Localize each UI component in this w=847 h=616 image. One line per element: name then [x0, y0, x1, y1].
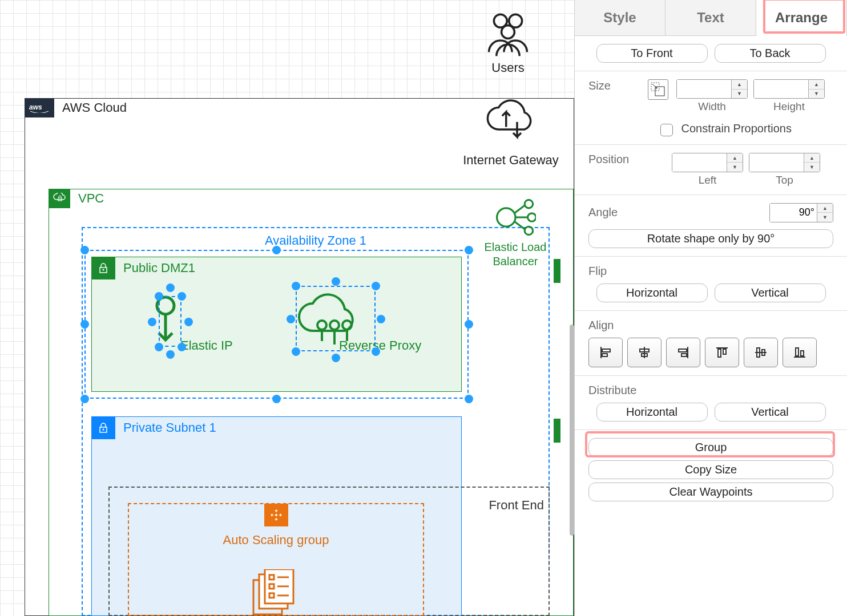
svg-point-20 — [525, 200, 533, 208]
selection-handle[interactable] — [465, 395, 473, 403]
selection-handle[interactable] — [166, 350, 175, 359]
svg-point-19 — [497, 208, 515, 226]
distribute-vertical-button[interactable]: Vertical — [715, 403, 826, 422]
dmz-label: Public DMZ1 — [115, 261, 195, 275]
svg-line-25 — [514, 221, 525, 229]
svg-rect-53 — [801, 351, 804, 356]
tab-text[interactable]: Text — [666, 0, 756, 35]
spin-down-icon[interactable]: ▼ — [809, 90, 824, 99]
cloudformation-stack-icon[interactable] — [251, 569, 300, 616]
svg-line-23 — [514, 205, 525, 213]
rproxy-label: Reverse Proxy — [339, 338, 421, 353]
svg-point-22 — [525, 226, 533, 234]
spin-down-icon[interactable]: ▼ — [727, 163, 743, 172]
scrollbar-indicator[interactable] — [570, 325, 574, 536]
to-front-button[interactable]: To Front — [596, 44, 708, 63]
align-top-button[interactable] — [705, 338, 739, 367]
flip-horizontal-button[interactable]: Horizontal — [596, 283, 708, 302]
selection-handle[interactable] — [178, 292, 186, 301]
svg-rect-47 — [723, 349, 726, 354]
spin-up-icon[interactable]: ▲ — [732, 80, 747, 90]
distribute-horizontal-button[interactable]: Horizontal — [596, 403, 708, 422]
svg-point-28 — [317, 321, 326, 330]
align-bottom-button[interactable] — [783, 338, 817, 367]
selection-handle[interactable] — [377, 315, 385, 323]
spin-up-icon[interactable]: ▲ — [727, 153, 743, 163]
svg-point-18 — [502, 26, 515, 39]
svg-rect-37 — [602, 349, 610, 352]
size-label: Size — [588, 79, 640, 92]
left-input[interactable]: ▲▼ — [672, 153, 743, 172]
selection-handle[interactable] — [148, 318, 156, 326]
rotate-button[interactable]: Rotate shape only by 90° — [588, 229, 833, 248]
align-left-button[interactable] — [588, 338, 623, 367]
svg-point-5 — [103, 429, 104, 431]
constrain-label: Constrain Proportions — [681, 122, 791, 135]
angle-label: Angle — [588, 206, 640, 219]
selection-handle[interactable] — [184, 318, 193, 326]
width-sublabel: Width — [676, 100, 748, 113]
spin-up-icon[interactable]: ▲ — [804, 153, 820, 163]
selection-handle[interactable] — [166, 283, 175, 292]
tab-style[interactable]: Style — [575, 0, 666, 35]
height-sublabel: Height — [753, 100, 825, 113]
format-panel: Style Text Arrange To Front To Back Size… — [574, 0, 847, 616]
selection-handle[interactable] — [155, 343, 163, 351]
align-right-button[interactable] — [666, 338, 700, 367]
spin-up-icon[interactable]: ▲ — [809, 80, 824, 90]
selection-handle[interactable] — [292, 282, 300, 290]
clear-waypoints-button[interactable]: Clear Waypoints — [588, 483, 833, 501]
tab-arrange[interactable]: Arrange — [756, 0, 847, 36]
height-input[interactable]: ▲▼ — [753, 79, 825, 99]
width-input[interactable]: ▲▼ — [676, 79, 748, 99]
position-label: Position — [588, 153, 640, 166]
edge-marker — [554, 259, 560, 283]
elb-node[interactable]: Elastic Load Balancer — [478, 197, 552, 269]
selection-handle[interactable] — [332, 277, 340, 286]
selection-handle[interactable] — [287, 315, 295, 323]
selection-handle[interactable] — [332, 354, 340, 362]
selection-handle[interactable] — [80, 320, 89, 329]
svg-rect-38 — [602, 354, 607, 356]
frontend-label: Front End — [489, 498, 544, 513]
autosize-icon[interactable] — [648, 79, 668, 100]
selection-handle[interactable] — [465, 246, 473, 254]
svg-rect-52 — [796, 348, 798, 356]
to-back-button[interactable]: To Back — [715, 44, 826, 63]
align-center-button[interactable] — [627, 338, 662, 367]
left-sublabel: Left — [672, 174, 743, 187]
selection-handle[interactable] — [272, 395, 281, 403]
align-label: Align — [588, 319, 640, 332]
spin-down-icon[interactable]: ▼ — [732, 90, 747, 99]
flip-vertical-button[interactable]: Vertical — [715, 283, 826, 302]
align-middle-button[interactable] — [744, 338, 778, 367]
igw-label: Internet Gateway — [445, 153, 576, 168]
selection-handle[interactable] — [372, 347, 380, 356]
spin-down-icon[interactable]: ▼ — [804, 163, 820, 172]
top-input[interactable]: ▲▼ — [749, 153, 820, 172]
selection-handle[interactable] — [80, 395, 89, 403]
selection-handle[interactable] — [292, 347, 300, 356]
constrain-checkbox[interactable] — [660, 124, 673, 136]
copy-size-button[interactable]: Copy Size — [588, 460, 833, 479]
svg-text:aws: aws — [29, 103, 42, 111]
selection-handle[interactable] — [272, 246, 281, 254]
selection-handle[interactable] — [372, 282, 380, 290]
angle-input[interactable]: ▲▼ — [769, 203, 833, 222]
selection-handle[interactable] — [465, 320, 473, 329]
aws-icon: aws — [25, 98, 54, 117]
group-button[interactable]: Group — [588, 438, 833, 457]
asg-label: Auto Scaling group — [129, 533, 423, 548]
selection-handle[interactable] — [80, 246, 89, 254]
selection-handle[interactable] — [155, 292, 163, 301]
svg-rect-46 — [718, 349, 721, 357]
vpc-icon — [49, 189, 70, 208]
spin-up-icon[interactable]: ▲ — [817, 204, 833, 213]
selection-handle[interactable] — [178, 343, 186, 351]
subnet-lock-icon — [91, 257, 115, 279]
users-node[interactable]: Users — [474, 7, 542, 75]
spin-down-icon[interactable]: ▼ — [817, 213, 833, 222]
edge-marker — [554, 419, 560, 443]
eip-label: Elastic IP — [180, 338, 233, 353]
internet-gateway-node[interactable]: Internet Gateway — [445, 97, 576, 168]
